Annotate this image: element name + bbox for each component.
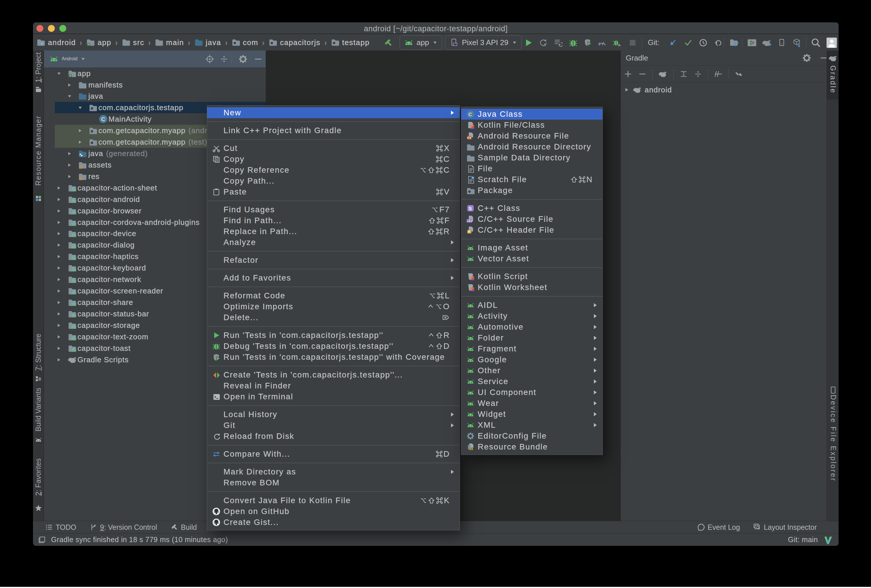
svg-text:A: A xyxy=(543,43,546,47)
svg-text:<>: <> xyxy=(467,136,472,139)
svg-text:C: C xyxy=(101,116,105,122)
svg-text:S: S xyxy=(468,206,472,211)
svg-text:H: H xyxy=(468,230,471,234)
svg-text:C++: C++ xyxy=(467,219,473,223)
svg-text:C: C xyxy=(468,112,473,117)
